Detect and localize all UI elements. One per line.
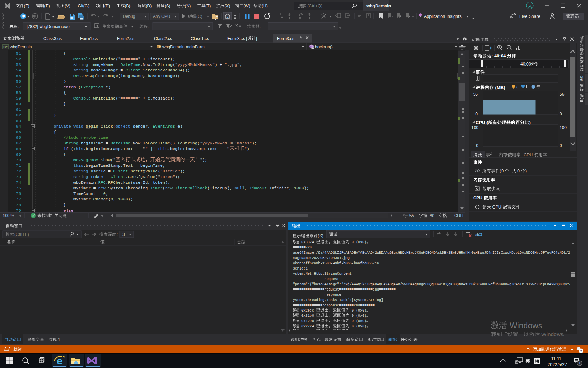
svg-text:(0: (0: [500, 169, 505, 173]
svg-text:TimerCallback: TimerCallback: [175, 186, 207, 191]
svg-text:RPC: RPC: [74, 74, 81, 79]
svg-text:TimeCount =: TimeCount =: [74, 191, 103, 196]
svg-text:(: (: [108, 197, 111, 202]
svg-text:(P): (P): [104, 4, 110, 8]
svg-text:RPCUploadImage: RPCUploadImage: [83, 74, 118, 79]
svg-text:(Ctrl+E): (Ctrl+E): [14, 232, 29, 237]
svg-text:): ): [180, 124, 182, 129]
svg-text:);: );: [175, 74, 180, 79]
svg-text:"=======": "=======": [118, 96, 140, 101]
svg-text:72: 72: [16, 169, 21, 174]
svg-text:CRLF: CRLF: [454, 213, 465, 218]
svg-text:(V): (V): [65, 4, 70, 8]
svg-text:(: (: [131, 180, 133, 185]
svg-text:void: void: [74, 124, 83, 129]
svg-text:System.Threading.: System.Threading.: [106, 186, 150, 191]
svg-text:RPCheckin: RPCheckin: [108, 180, 131, 185]
svg-text:e: e: [148, 96, 150, 101]
svg-text:wbgDemain.: wbgDemain.: [74, 180, 98, 185]
svg-text:(T): (T): [205, 4, 211, 8]
svg-text:Console: Console: [74, 96, 91, 101]
svg-text:,: ,: [245, 186, 250, 191]
svg-text:ScreenSaveBase64: ScreenSaveBase64: [143, 68, 182, 73]
svg-text:C#: C#: [4, 45, 8, 49]
svg-text:.Infinite,: .Infinite,: [267, 186, 294, 191]
svg-text:.: .: [81, 74, 83, 79]
svg-text:catch: catch: [64, 85, 76, 90]
svg-text:): ): [525, 169, 527, 173]
svg-text:(S):: (S):: [318, 233, 324, 238]
svg-text:0: 0: [560, 143, 562, 148]
svg-text:,: ,: [509, 169, 512, 173]
svg-text:token: token: [153, 180, 165, 185]
svg-text:": ": [200, 158, 202, 163]
svg-text:sender: sender: [133, 124, 148, 129]
svg-text:1: 1: [579, 361, 581, 365]
svg-text:Class1.cs: Class1.cs: [191, 36, 209, 41]
svg-text::: :: [18, 24, 19, 29]
svg-text:CPU: CPU: [524, 152, 534, 157]
svg-text:===============response=======: ===============response=======end=======: [291, 304, 375, 307]
svg-text:": ": [227, 146, 230, 151]
svg-text:1000: 1000: [118, 197, 128, 202]
svg-text:GetCfgValue: GetCfgValue: [128, 175, 155, 179]
svg-text::: :: [117, 232, 118, 237]
svg-text:75: 75: [16, 186, 21, 191]
svg-text:52: 52: [16, 57, 21, 62]
svg-text:0: 0: [475, 111, 478, 116]
svg-text:0: 0: [560, 111, 562, 116]
svg-text:0 (0x0): 0 (0x0): [350, 319, 366, 323]
svg-text:77: 77: [16, 197, 21, 202]
svg-text:70: 70: [16, 158, 21, 163]
svg-text:;: ;: [106, 191, 108, 196]
svg-text:61: 61: [16, 107, 21, 112]
svg-text:Change: Change: [93, 197, 108, 202]
svg-text:=: =: [113, 62, 120, 67]
svg-text:": ": [245, 146, 247, 151]
svg-text:================request=======: ================request================: [291, 277, 373, 281]
svg-text:G: G: [580, 76, 584, 79]
svg-text:(: (: [197, 141, 200, 146]
svg-text:if: if: [64, 146, 69, 151]
svg-text://todo remote time: //todo remote time: [64, 135, 108, 140]
svg-text:0 (0x0): 0 (0x0): [350, 240, 366, 244]
svg-text:(: (: [516, 85, 518, 89]
svg-text:) +: ) +: [215, 62, 225, 67]
svg-text:(: (: [163, 186, 165, 191]
svg-text:56: 56: [473, 92, 478, 97]
svg-text:this: this: [74, 163, 83, 168]
svg-text:0: 0: [476, 143, 478, 148]
svg-text:54: 54: [16, 68, 21, 73]
svg-text:wbgDemain.mainForm: wbgDemain.mainForm: [162, 45, 205, 49]
svg-text:MessageBox: MessageBox: [74, 158, 98, 163]
svg-text:(X): (X): [225, 4, 230, 8]
svg-text:{: {: [34, 51, 66, 56]
svg-text:Timer: Timer: [150, 186, 162, 191]
svg-text:"yyyyMMddHHmmss": "yyyyMMddHHmmss": [175, 62, 215, 67]
svg-text:0: 0: [111, 197, 113, 202]
svg-text:imageName:20220527104301.jpg: imageName:20220527104301.jpg: [291, 256, 350, 260]
svg-text:(: (: [486, 120, 488, 125]
svg-text:): ): [529, 120, 530, 125]
svg-text:"": "": [143, 146, 148, 151]
svg-text:null: null: [234, 186, 244, 191]
svg-text:;: ;: [239, 62, 242, 67]
svg-text:67: 67: [16, 141, 21, 146]
svg-text:System.Net.Http.StringContent: System.Net.Http.StringContent: [291, 272, 352, 276]
svg-text:.: .: [91, 57, 93, 62]
svg-text:56: 56: [16, 79, 21, 84]
svg-text:: 60: : 60: [427, 213, 434, 218]
svg-text:base64Image:/9j/4AAQSkZJRgABAQ: base64Image:/9j/4AAQSkZJRgABAQEAYABgAAD/…: [291, 251, 570, 255]
svg-text:60: 60: [16, 102, 21, 107]
svg-text:0x3324: 0x3324: [299, 240, 316, 244]
svg-text:().: ().: [170, 141, 177, 146]
svg-text:57: 57: [16, 85, 21, 90]
svg-text:);: );: [165, 180, 170, 185]
svg-text:11:11: 11:11: [551, 356, 561, 361]
svg-text:ToLocalTime: ToLocalTime: [143, 141, 170, 146]
svg-text:(: (: [69, 146, 74, 151]
svg-text:]: ]: [256, 36, 257, 41]
svg-text:): ): [247, 146, 250, 151]
svg-text:Timeout: Timeout: [250, 186, 267, 191]
svg-text:66: 66: [16, 135, 21, 140]
